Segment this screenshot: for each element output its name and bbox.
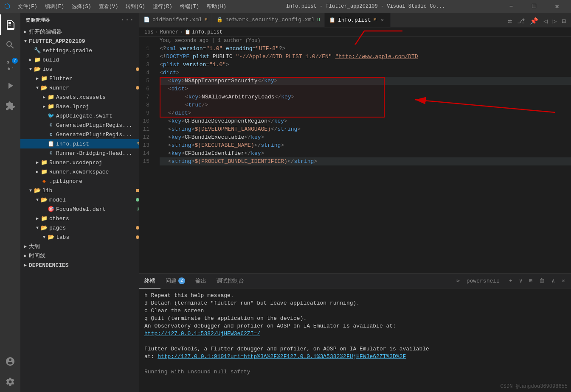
watermark-text: CSDN @tangdou369098655 bbox=[501, 383, 568, 390]
search-activity-icon[interactable] bbox=[0, 35, 20, 55]
xcworkspace-arrow: ▶ bbox=[34, 168, 41, 175]
minimize-button[interactable]: – bbox=[501, 0, 521, 13]
menu-terminal[interactable]: 终端(T) bbox=[177, 2, 203, 11]
sidebar-item-project[interactable]: ▼ FLUTTER_APP202109 bbox=[20, 36, 139, 46]
breadcrumb-ios[interactable]: ios bbox=[144, 29, 154, 35]
menu-select[interactable]: 选择(S) bbox=[68, 2, 95, 11]
terminal-close-button[interactable]: ✕ bbox=[559, 276, 568, 286]
dart-icon: 🎯 bbox=[48, 206, 54, 213]
tabs-folder-icon: 📂 bbox=[48, 234, 54, 241]
source-control-icon-tab[interactable]: ⎇ bbox=[515, 15, 526, 27]
tab-close-button[interactable]: ✕ bbox=[379, 17, 386, 23]
split-view-icon[interactable]: ⊟ bbox=[560, 15, 568, 27]
sidebar-item-open-editors[interactable]: ▶ 打开的编辑器 bbox=[20, 27, 139, 36]
terminal-add-button[interactable]: + bbox=[506, 277, 515, 286]
terminal-collapse-button[interactable]: ∧ bbox=[549, 276, 557, 286]
network-security-icon: 🔒 bbox=[217, 17, 223, 23]
terminal-tab-debug-console[interactable]: 调试控制台 bbox=[211, 274, 249, 288]
main-layout: 7 资源管理器 ··· bbox=[0, 13, 571, 392]
bridging-header-label: Runner-Bridging-Head... bbox=[56, 150, 139, 157]
pages-arrow: ▼ bbox=[34, 224, 41, 231]
sidebar-item-appdelegate[interactable]: ▶ 🐦 AppDelegate.swift bbox=[20, 111, 139, 120]
tab-info-plist[interactable]: 📋 Info.plist M ✕ bbox=[325, 13, 391, 27]
line-num-11: 11 bbox=[139, 125, 153, 133]
sidebar-header: 资源管理器 ··· bbox=[20, 13, 139, 27]
sidebar-item-timeline[interactable]: ▶ 时间线 bbox=[20, 251, 139, 260]
sidebar-item-ios[interactable]: ▼ 📂 ios bbox=[20, 64, 139, 74]
menu-edit[interactable]: 编辑(E) bbox=[42, 2, 68, 11]
pin-icon[interactable]: 📌 bbox=[528, 15, 540, 27]
sidebar-item-xcworkspace[interactable]: ▶ 📁 Runner.xcworkspace bbox=[20, 167, 139, 176]
code-line-15: <string>$(PRODUCT_BUNDLE_IDENTIFIER)</st… bbox=[160, 157, 571, 165]
sidebar-more-button[interactable]: ··· bbox=[121, 16, 134, 24]
plist-icon: 📋 bbox=[48, 140, 54, 147]
source-control-activity-icon[interactable]: 7 bbox=[0, 55, 20, 76]
sidebar-item-dependencies[interactable]: ▶ DEPENDENCIES bbox=[20, 260, 139, 270]
menu-view[interactable]: 查看(V) bbox=[96, 2, 122, 11]
code-editor[interactable]: 1 2 3 4 5 6 7 8 9 10 11 12 13 14 bbox=[139, 45, 571, 273]
extensions-activity-icon[interactable] bbox=[0, 96, 20, 116]
code-line-1: <?xml version="1.0" encoding="UTF-8"?> bbox=[160, 45, 571, 53]
sidebar-item-plugin-regis-1[interactable]: ▶ C GeneratedPluginRegis... bbox=[20, 120, 139, 130]
sidebar-item-model[interactable]: ▼ 📂 model bbox=[20, 195, 139, 204]
navigate-forward-icon[interactable]: ▷ bbox=[551, 15, 559, 27]
split-editor-icon[interactable]: ⇄ bbox=[506, 15, 514, 27]
terminal-line-8: Flutter DevTools, a Flutter debugger and… bbox=[144, 345, 566, 353]
terminal-tab-output[interactable]: 输出 bbox=[190, 274, 211, 288]
menu-help[interactable]: 帮助(H) bbox=[203, 2, 230, 11]
breadcrumb-infoplist[interactable]: Info.plist bbox=[192, 29, 222, 35]
menu-file[interactable]: 文件(F) bbox=[14, 2, 41, 11]
terminal-dropdown-icon[interactable]: ∨ bbox=[517, 276, 525, 286]
run-activity-icon[interactable] bbox=[0, 76, 20, 96]
sidebar-item-pages[interactable]: ▼ 📂 pages bbox=[20, 223, 139, 232]
maximize-button[interactable]: □ bbox=[524, 0, 544, 13]
settings-activity-icon[interactable] bbox=[0, 372, 20, 392]
sidebar-item-flutter[interactable]: ▶ 📁 Flutter bbox=[20, 74, 139, 83]
tab-network-security[interactable]: 🔒 network_security_config.xml U bbox=[212, 13, 325, 27]
sidebar-item-focus-model[interactable]: ▶ 🎯 FocusModel.dart U bbox=[20, 204, 139, 214]
code-line-12: <key>CFBundleExecutable</key> bbox=[160, 133, 571, 141]
files-activity-icon[interactable] bbox=[0, 14, 20, 35]
sidebar-item-xcodeproj[interactable]: ▶ 📁 Runner.xcodeproj bbox=[20, 158, 139, 167]
sidebar-item-lib[interactable]: ▼ 📂 lib bbox=[20, 186, 139, 195]
sidebar: 资源管理器 ··· ▶ 打开的编辑器 ▼ FLUTTER_APP202109 ▶… bbox=[20, 13, 139, 392]
xcworkspace-folder-icon: 📁 bbox=[41, 168, 48, 175]
window-controls[interactable]: – □ ✕ bbox=[501, 0, 567, 13]
sidebar-item-others[interactable]: ▶ 📁 others bbox=[20, 214, 139, 223]
model-arrow: ▼ bbox=[34, 196, 41, 203]
terminal-split-button[interactable]: ⊞ bbox=[527, 276, 535, 286]
terminal-shell-selector[interactable]: ⊳ powershell bbox=[451, 275, 505, 287]
terminal-tab-terminal[interactable]: 终端 bbox=[139, 274, 160, 288]
sidebar-item-tabs[interactable]: ▼ 📂 tabs bbox=[20, 232, 139, 242]
sidebar-item-info-plist[interactable]: ▶ 📋 Info.plist M bbox=[20, 139, 139, 148]
line-num-15: 15 bbox=[139, 157, 153, 165]
code-line-2: <!DOCTYPE plist PUBLIC "-//Apple//DTD PL… bbox=[160, 53, 571, 61]
tab-network-label: network_security_config.xml bbox=[225, 17, 315, 23]
line-num-12: 12 bbox=[139, 133, 153, 141]
ios-arrow: ▼ bbox=[27, 66, 34, 73]
sidebar-item-build[interactable]: ▶ 📁 build bbox=[20, 55, 139, 64]
sidebar-item-plugin-regis-2[interactable]: ▶ C GeneratedPluginRegis... bbox=[20, 130, 139, 139]
menu-goto[interactable]: 转到(G) bbox=[122, 2, 149, 11]
close-button[interactable]: ✕ bbox=[547, 0, 567, 13]
sidebar-item-runner[interactable]: ▼ 📂 Runner bbox=[20, 83, 139, 92]
sidebar-item-settings-gradle[interactable]: ▶ 🔧 settings.gradle bbox=[20, 46, 139, 55]
git-annotation-text: You, seconds ago | 1 author (You) bbox=[160, 38, 261, 44]
tab-manifest[interactable]: 📄 oidManifest.xml M bbox=[139, 13, 212, 27]
assets-folder-icon: 📁 bbox=[48, 94, 54, 101]
build-label: build bbox=[42, 57, 139, 63]
terminal-trash-button[interactable]: 🗑 bbox=[537, 277, 547, 286]
sidebar-item-bridging-header[interactable]: ▶ C Runner-Bridging-Head... bbox=[20, 148, 139, 158]
terminal-tab-problems[interactable]: 问题 2 bbox=[160, 274, 190, 288]
sidebar-item-assets[interactable]: ▶ 📁 Assets.xcassets bbox=[20, 92, 139, 102]
account-activity-icon[interactable] bbox=[0, 351, 20, 372]
menu-run[interactable]: 运行(R) bbox=[149, 2, 176, 11]
sidebar-item-gitignore[interactable]: ▶ ◆ .gitignore bbox=[20, 176, 139, 186]
code-line-9: </dict> bbox=[160, 109, 571, 117]
breadcrumb-runner[interactable]: Runner bbox=[160, 29, 178, 35]
menu-bar[interactable]: 文件(F) 编辑(E) 选择(S) 查看(V) 转到(G) 运行(R) 终端(T… bbox=[14, 2, 230, 11]
sidebar-item-outline[interactable]: ▶ 大纲 bbox=[20, 242, 139, 251]
line-num-5: 5 bbox=[139, 77, 153, 85]
navigate-back-icon[interactable]: ◁ bbox=[542, 15, 549, 27]
sidebar-item-base-lproj[interactable]: ▶ 📁 Base.lproj bbox=[20, 102, 139, 111]
